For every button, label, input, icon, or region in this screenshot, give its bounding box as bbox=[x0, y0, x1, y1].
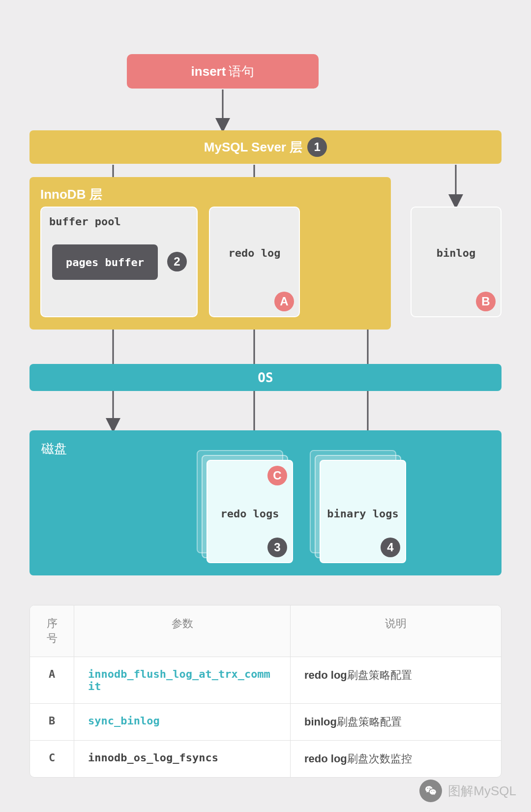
row-param: innodb_flush_log_at_trx_commit bbox=[74, 657, 291, 703]
insert-keyword: insert bbox=[191, 64, 226, 79]
header-seq: 序号 bbox=[30, 605, 74, 657]
binlog-cache-box: binlog B bbox=[411, 207, 502, 317]
binlog-label: binlog bbox=[412, 247, 501, 259]
os-layer: OS bbox=[30, 364, 502, 391]
row-param: sync_binlog bbox=[74, 704, 291, 740]
pages-buffer-label: pages buffer bbox=[66, 256, 144, 269]
os-label: OS bbox=[258, 370, 273, 385]
innodb-layer: InnoDB 层 buffer pool pages buffer 2 redo… bbox=[30, 177, 391, 330]
redo-logs-label: redo logs bbox=[207, 508, 292, 520]
table-row: A innodb_flush_log_at_trx_commit redo lo… bbox=[30, 657, 501, 703]
badge-1: 1 bbox=[307, 137, 327, 157]
redo-log-label: redo log bbox=[210, 247, 299, 259]
server-label: MySQL Sever 层 bbox=[204, 139, 302, 156]
buffer-pool-label: buffer pool bbox=[49, 215, 189, 228]
insert-statement-box: insert 语句 bbox=[127, 54, 319, 89]
row-param: innodb_os_log_fsyncs bbox=[74, 741, 291, 777]
buffer-pool-box: buffer pool pages buffer 2 bbox=[40, 207, 198, 317]
row-desc: redo log刷盘次数监控 bbox=[291, 741, 501, 777]
badge-c: C bbox=[267, 466, 287, 485]
binary-logs-stack: binary logs 4 bbox=[310, 450, 403, 561]
header-desc: 说明 bbox=[291, 605, 501, 657]
innodb-label: InnoDB 层 bbox=[40, 186, 380, 203]
pages-buffer-box: pages buffer bbox=[52, 244, 158, 280]
badge-a: A bbox=[274, 292, 294, 311]
header-param: 参数 bbox=[74, 605, 291, 657]
table-row: C innodb_os_log_fsyncs redo log刷盘次数监控 bbox=[30, 740, 501, 777]
row-seq: A bbox=[30, 657, 74, 703]
watermark: 图解MySQL bbox=[419, 780, 516, 802]
redo-logs-stack: C redo logs 3 bbox=[197, 450, 290, 561]
disk-layer: 磁盘 C redo logs 3 binary logs 4 bbox=[30, 430, 502, 575]
badge-3: 3 bbox=[267, 538, 287, 557]
wechat-icon bbox=[419, 780, 442, 802]
binary-logs-label: binary logs bbox=[321, 508, 405, 520]
badge-4: 4 bbox=[381, 538, 400, 557]
params-table: 序号 参数 说明 A innodb_flush_log_at_trx_commi… bbox=[30, 605, 502, 778]
row-desc: redo log刷盘策略配置 bbox=[291, 657, 501, 703]
watermark-text: 图解MySQL bbox=[448, 782, 516, 800]
table-header-row: 序号 参数 说明 bbox=[30, 605, 501, 657]
badge-2: 2 bbox=[167, 252, 187, 271]
insert-text: 语句 bbox=[229, 63, 254, 80]
row-desc: binlog刷盘策略配置 bbox=[291, 704, 501, 740]
mysql-server-layer: MySQL Sever 层 1 bbox=[30, 130, 502, 164]
table-row: B sync_binlog binlog刷盘策略配置 bbox=[30, 703, 501, 740]
row-seq: B bbox=[30, 704, 74, 740]
badge-b: B bbox=[476, 292, 496, 311]
row-seq: C bbox=[30, 741, 74, 777]
redo-log-cache-box: redo log A bbox=[209, 207, 300, 317]
